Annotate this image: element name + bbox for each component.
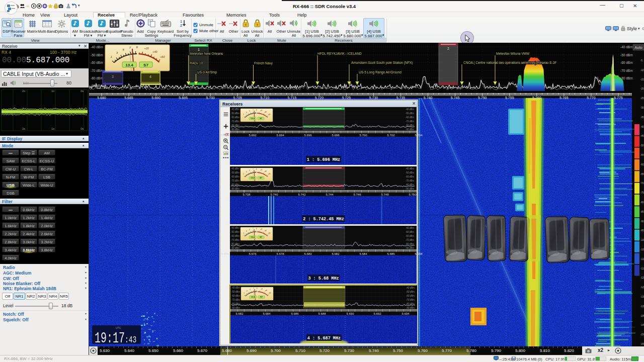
svg-text:-70 dBm: -70 dBm [406, 179, 414, 182]
svg-text:-135: -135 [640, 305, 644, 308]
svg-text:-125: -125 [640, 286, 644, 289]
svg-text:-30: -30 [640, 107, 644, 109]
svg-text:CNOA ( Centre national des opé: CNOA ( Centre national des opérations aé… [463, 61, 556, 65]
svg-text:-155: -155 [640, 343, 644, 345]
svg-text:-85: -85 [640, 211, 644, 213]
svg-text:0s: 0s [80, 89, 84, 93]
svg-text:-60: -60 [640, 163, 644, 166]
svg-text:French Navy: French Navy [254, 61, 273, 65]
svg-text:RADv 10: RADv 10 [190, 61, 203, 65]
svg-text:4: 4 [149, 75, 151, 78]
svg-text:5.690: 5.690 [151, 96, 160, 100]
svg-text:-45: -45 [640, 135, 644, 137]
svg-text:-105: -105 [640, 248, 644, 251]
svg-text:-115: -115 [640, 267, 644, 270]
svg-text:-80 dBm: -80 dBm [231, 184, 239, 186]
svg-text:-80 dBm: -80 dBm [231, 303, 240, 305]
svg-text:5.740: 5.740 [424, 96, 433, 100]
svg-text:-70: -70 [640, 182, 644, 185]
svg-text:-70 dBm: -70 dBm [231, 239, 239, 241]
svg-text:-25: -25 [640, 97, 644, 100]
svg-text:Meteofax New Orleans: Meteofax New Orleans [190, 52, 223, 55]
svg-text:-145: -145 [640, 324, 644, 326]
svg-text:-150: -150 [640, 333, 644, 336]
svg-text:-60 dBm: -60 dBm [406, 295, 415, 297]
svg-text:-70 dBm: -70 dBm [620, 69, 633, 72]
svg-text:-40 dBm: -40 dBm [620, 45, 633, 49]
svg-text:-130: -130 [640, 296, 644, 298]
svg-text:-5: -5 [640, 59, 642, 62]
svg-text:4 : 5.687 MHz: 4 : 5.687 MHz [307, 336, 341, 341]
svg-text:5.735: 5.735 [396, 96, 406, 100]
svg-text:-60 dBm: -60 dBm [406, 175, 414, 178]
svg-text:-50: -50 [640, 144, 644, 147]
svg-text:-100: -100 [640, 239, 644, 241]
svg-text:5.700: 5.700 [206, 96, 215, 100]
svg-text:5.725: 5.725 [342, 96, 351, 100]
svg-text:-15: -15 [640, 78, 644, 81]
svg-text:2x: 2x [22, 89, 25, 93]
svg-text:Auto: Auto [634, 45, 642, 50]
svg-text:1x: 1x [51, 89, 54, 93]
svg-text:-60 dBm: -60 dBm [231, 116, 239, 119]
svg-text:-35: -35 [640, 116, 644, 119]
svg-text:5.705: 5.705 [233, 96, 242, 100]
svg-text:-80 dBm: -80 dBm [406, 243, 414, 245]
svg-text:5.720: 5.720 [315, 96, 324, 100]
svg-text:5.760: 5.760 [532, 96, 541, 100]
svg-text:5.770: 5.770 [587, 96, 596, 100]
svg-text:-50 dBm: -50 dBm [406, 171, 414, 174]
svg-text:2: 2 [180, 24, 182, 27]
svg-text:-80 dBm: -80 dBm [406, 184, 414, 186]
svg-text:1s: 1s [51, 127, 54, 130]
svg-text:3: 3 [112, 75, 114, 78]
svg-text:-60 dBm: -60 dBm [406, 235, 414, 237]
svg-text:-80: -80 [640, 201, 644, 204]
svg-text:-50 dBm: -50 dBm [231, 291, 240, 293]
svg-text:-40 dBm: -40 dBm [406, 108, 414, 111]
svg-text:-40 dBm: -40 dBm [91, 45, 103, 49]
svg-text:-80 dBm: -80 dBm [231, 243, 239, 245]
svg-text:-60 dBm: -60 dBm [91, 61, 103, 64]
svg-text:-50 dBm: -50 dBm [406, 291, 415, 293]
svg-text:5.755: 5.755 [505, 96, 514, 100]
svg-text:2s: 2s [22, 127, 25, 130]
svg-text:-40 dBm: -40 dBm [231, 108, 239, 111]
svg-text:US-9 Air/Ship: US-9 Air/Ship [197, 70, 217, 74]
svg-text:-70 dBm: -70 dBm [406, 299, 415, 301]
svg-text:1: 1 [198, 48, 200, 51]
svg-text:Amundsen-Scott South pole Stat: Amundsen-Scott South pole Station (NPX) [351, 61, 413, 65]
svg-text:-20: -20 [640, 87, 644, 90]
svg-text:-60 dBm: -60 dBm [231, 295, 240, 297]
svg-text:-80 dBm: -80 dBm [91, 76, 103, 80]
svg-text:5.685: 5.685 [124, 96, 133, 100]
svg-text:-60 dBm: -60 dBm [406, 116, 414, 119]
svg-text:-40 dBm: -40 dBm [406, 167, 414, 170]
svg-text:-70 dBm: -70 dBm [231, 179, 239, 182]
svg-text:-50 dBm: -50 dBm [91, 53, 103, 57]
svg-text:0s: 0s [80, 127, 84, 130]
svg-text:1 : 5.696 MHz: 1 : 5.696 MHz [307, 157, 340, 162]
svg-text:5.750: 5.750 [478, 96, 487, 100]
svg-text:-70 dBm: -70 dBm [406, 120, 414, 123]
svg-text:Meteofax Wiluna VMW: Meteofax Wiluna VMW [496, 52, 530, 55]
svg-text:-70 dBm: -70 dBm [231, 120, 239, 123]
svg-text:-80 dBm: -80 dBm [406, 124, 414, 127]
svg-text:-110: -110 [640, 258, 644, 260]
svg-text:3 : 5.68 MHz: 3 : 5.68 MHz [308, 276, 339, 281]
svg-text:-95: -95 [640, 229, 644, 232]
svg-text:5.680: 5.680 [97, 96, 106, 100]
svg-text:1: 1 [180, 20, 182, 23]
svg-text:5.715: 5.715 [288, 96, 297, 100]
svg-text:5.730: 5.730 [369, 96, 378, 100]
svg-text:5.695: 5.695 [179, 96, 188, 100]
svg-text:-40 dBm: -40 dBm [231, 287, 240, 289]
svg-text:-40 dBm: -40 dBm [406, 287, 415, 289]
svg-text:-140: -140 [640, 315, 644, 317]
svg-text:-60 dBm: -60 dBm [231, 175, 239, 178]
svg-text:-50 dBm: -50 dBm [231, 112, 239, 115]
svg-text:5.775: 5.775 [614, 96, 623, 100]
svg-text:-70 dBm: -70 dBm [91, 69, 103, 72]
svg-text:5.765: 5.765 [559, 96, 569, 100]
svg-text:-70 dBm: -70 dBm [231, 299, 240, 301]
